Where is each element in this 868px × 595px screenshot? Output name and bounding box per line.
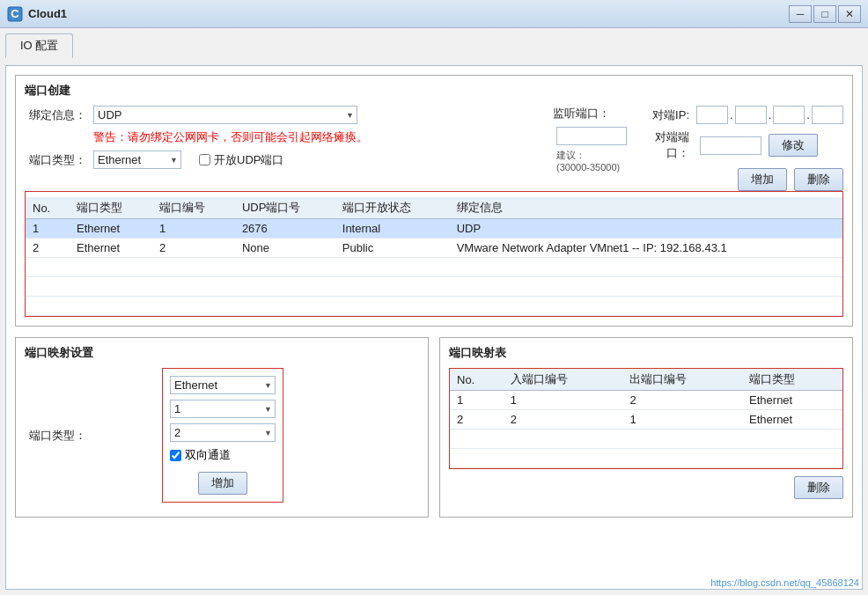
mapping-form: 端口类型： Ethernet 1 2 <box>25 368 419 503</box>
port-mapping-table-section: 端口映射表 No. 入端口编号 出端口编号 端口类型 1 <box>439 337 853 518</box>
top-form-area: 绑定信息： UDP 警告： 请勿绑定公网网卡，否则可能会引起网络瘫痪。 端口类型… <box>25 106 843 191</box>
bind-select[interactable]: UDP <box>93 106 357 124</box>
bind-select-wrapper: UDP <box>93 106 357 124</box>
table-row[interactable]: 1 Ethernet 1 2676 Internal UDP <box>26 219 842 239</box>
port-table-body: 1 Ethernet 1 2676 Internal UDP 2 Etherne… <box>26 219 842 316</box>
map-table-header: No. 入端口编号 出端口编号 端口类型 <box>450 369 842 391</box>
col-type: 端口类型 <box>70 197 152 219</box>
port-type-row: 端口类型： Ethernet 开放UDP端口 <box>25 151 535 169</box>
modify-button[interactable]: 修改 <box>769 134 818 157</box>
map-table-container: No. 入端口编号 出端口编号 端口类型 1 1 2 Ethernet 2 2 … <box>449 368 843 469</box>
port-mapping-title: 端口映射设置 <box>25 345 419 361</box>
listen-suggest: 建议：(30000-35000) <box>556 149 627 173</box>
main-content: 端口创建 绑定信息： UDP 警告： 请勿绑定公网网卡，否则可能会引起网络瘫痪。 <box>5 65 863 590</box>
listen-port-row: 监听端口： <box>553 106 627 121</box>
col-state: 端口开放状态 <box>335 197 450 219</box>
window-title: Cloud1 <box>28 7 789 20</box>
port-creation-section: 端口创建 绑定信息： UDP 警告： 请勿绑定公网网卡，否则可能会引起网络瘫痪。 <box>15 75 853 327</box>
maximize-button[interactable]: □ <box>813 5 836 23</box>
port-creation-title: 端口创建 <box>25 83 843 99</box>
ip-part-1[interactable]: 0 <box>696 106 728 124</box>
remote-ip-group: 对端IP: 0 . 0 . 0 . 0 <box>641 106 843 124</box>
map-table-body: 1 1 2 Ethernet 2 2 1 Ethernet <box>450 391 842 468</box>
out-port-select[interactable]: 2 <box>170 423 276 442</box>
add-mapping-button[interactable]: 增加 <box>198 472 247 495</box>
port-type-label: 端口类型： <box>25 152 86 168</box>
minimize-button[interactable]: ─ <box>789 5 812 23</box>
window-controls: ─ □ ✕ <box>789 5 861 23</box>
bind-label: 绑定信息： <box>25 107 86 123</box>
left-form: 绑定信息： UDP 警告： 请勿绑定公网网卡，否则可能会引起网络瘫痪。 端口类型… <box>25 106 535 191</box>
remote-port-input[interactable]: 0 <box>700 136 761 155</box>
delete-port-button[interactable]: 删除 <box>794 168 843 191</box>
map-col-out: 出端口编号 <box>622 369 742 391</box>
watermark: https://blog.csdn.net/qq_45868124 <box>710 577 859 588</box>
listen-port-input[interactable]: 30000 <box>556 127 627 145</box>
remote-port-label: 对端端口： <box>641 129 689 161</box>
in-port-select-wrapper: 1 <box>170 400 276 418</box>
add-mapping-btn-container: 增加 <box>170 472 276 495</box>
bind-info-row: 绑定信息： UDP <box>25 106 535 124</box>
remote-port-group: 对端端口： 0 修改 <box>641 129 843 161</box>
mapping-select-box: Ethernet 1 2 双向通道 <box>162 368 283 503</box>
list-item[interactable]: 1 1 2 Ethernet <box>450 391 842 410</box>
window-body: IO 配置 端口创建 绑定信息： UDP 警告： <box>0 28 868 595</box>
port-table-container: No. 端口类型 端口编号 UDP端口号 端口开放状态 绑定信息 1 Ether… <box>25 191 843 317</box>
map-table: No. 入端口编号 出端口编号 端口类型 1 1 2 Ethernet 2 2 … <box>450 369 842 468</box>
close-button[interactable]: ✕ <box>838 5 861 23</box>
port-type-select[interactable]: Ethernet <box>93 151 181 169</box>
ip-inputs: 0 . 0 . 0 . 0 <box>696 106 843 124</box>
open-udp-label[interactable]: 开放UDP端口 <box>199 152 283 168</box>
mapping-type-select[interactable]: Ethernet <box>170 376 276 394</box>
ip-part-2[interactable]: 0 <box>735 106 767 124</box>
col-no: No. <box>26 197 70 219</box>
col-bind: 绑定信息 <box>450 197 842 219</box>
remote-ip-label: 对端IP: <box>641 107 689 123</box>
table-row-empty <box>26 277 842 297</box>
out-port-select-wrapper: 2 <box>170 423 276 442</box>
map-col-no: No. <box>450 369 504 391</box>
col-udp: UDP端口号 <box>235 197 335 219</box>
port-table-header: No. 端口类型 端口编号 UDP端口号 端口开放状态 绑定信息 <box>26 197 842 219</box>
table-row-empty <box>26 297 842 316</box>
map-col-in: 入端口编号 <box>504 369 623 391</box>
map-table-row-empty <box>450 430 842 449</box>
port-table: No. 端口类型 端口编号 UDP端口号 端口开放状态 绑定信息 1 Ether… <box>26 197 842 316</box>
open-udp-checkbox[interactable] <box>199 154 210 165</box>
map-col-type: 端口类型 <box>742 369 842 391</box>
right-form: 监听端口： 30000 建议：(30000-35000) 对端IP: 0 <box>553 106 843 191</box>
app-icon: C <box>7 6 23 22</box>
add-port-button[interactable]: 增加 <box>738 168 787 191</box>
map-table-row-empty <box>450 449 842 468</box>
col-num: 端口编号 <box>152 197 235 219</box>
table-row[interactable]: 2 Ethernet 2 None Public VMware Network … <box>26 239 842 258</box>
title-bar: C Cloud1 ─ □ ✕ <box>0 0 868 28</box>
port-type-select-wrapper: Ethernet <box>93 151 181 169</box>
ip-part-3[interactable]: 0 <box>773 106 805 124</box>
listen-port-label: 监听端口： <box>553 106 610 121</box>
mapping-type-select-wrapper: Ethernet <box>170 376 276 394</box>
warning-label: 警告： <box>93 129 128 145</box>
ip-part-4[interactable]: 0 <box>812 106 843 124</box>
bidirectional-label[interactable]: 双向通道 <box>170 447 276 463</box>
port-mapping-section: 端口映射设置 端口类型： Ethernet 1 2 <box>15 337 429 518</box>
svg-text:C: C <box>11 7 19 20</box>
delete-mapping-button[interactable]: 删除 <box>794 476 843 499</box>
port-mapping-table-title: 端口映射表 <box>449 345 843 361</box>
list-item[interactable]: 2 2 1 Ethernet <box>450 410 842 430</box>
tab-bar: IO 配置 <box>5 33 863 58</box>
tab-io-config[interactable]: IO 配置 <box>5 33 73 58</box>
table-row-empty <box>26 258 842 277</box>
in-port-select[interactable]: 1 <box>170 400 276 418</box>
warning-text: 请勿绑定公网网卡，否则可能会引起网络瘫痪。 <box>128 129 368 145</box>
mapping-port-type-row: 端口类型： Ethernet 1 2 <box>25 368 419 503</box>
bidirectional-checkbox[interactable] <box>170 450 181 461</box>
warning-row: 警告： 请勿绑定公网网卡，否则可能会引起网络瘫痪。 <box>93 129 535 145</box>
mapping-port-type-label: 端口类型： <box>25 428 86 444</box>
bottom-area: 端口映射设置 端口类型： Ethernet 1 2 <box>15 337 853 528</box>
